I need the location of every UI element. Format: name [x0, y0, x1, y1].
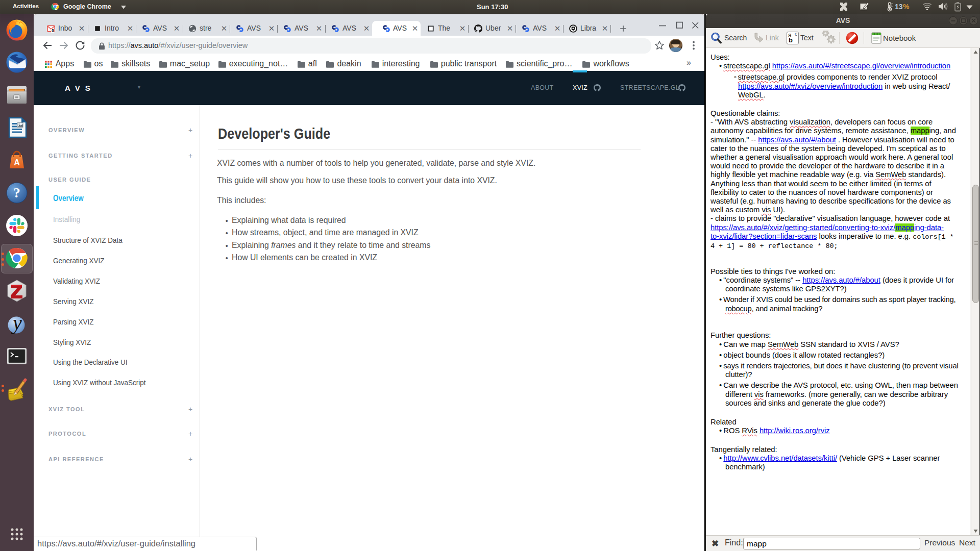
svg-text:y: y [11, 311, 22, 334]
svg-text:A: A [14, 158, 20, 167]
svg-text:0: 0 [52, 28, 54, 33]
svg-text:?: ? [13, 185, 20, 201]
